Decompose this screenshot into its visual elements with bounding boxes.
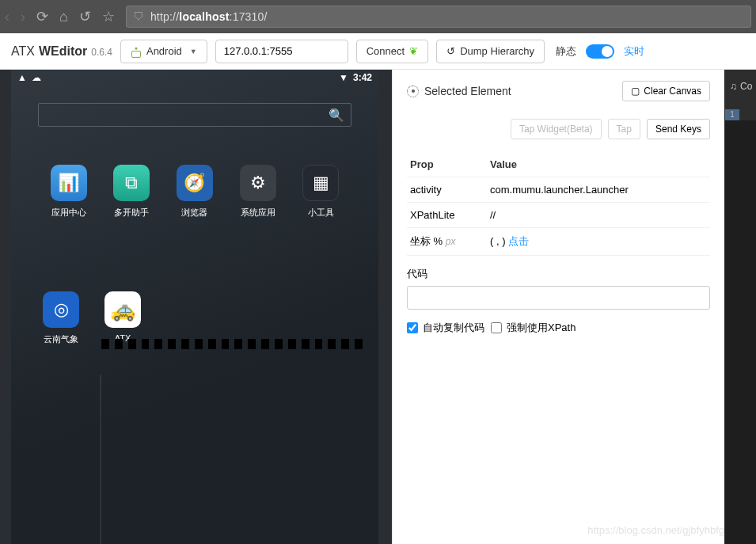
app-icon: 🧭 — [177, 165, 213, 201]
props-header-prop: Prop — [407, 152, 487, 177]
code-input[interactable] — [407, 286, 710, 310]
app-label: 多开助手 — [114, 207, 149, 219]
app-toolbar: ATX WEditor 0.6.4 Android ▼ Connect ❦ ↻ … — [0, 33, 756, 70]
force-xpath-label: 强制使用XPath — [507, 321, 576, 335]
panel-title: Selected Element — [407, 85, 511, 97]
static-label: 静态 — [556, 44, 576, 59]
realtime-label: 实时 — [624, 44, 644, 59]
app-label: 应用中心 — [51, 207, 86, 219]
coord-click-link[interactable]: 点击 — [508, 235, 529, 247]
url-bar[interactable]: ⛉ http://localhost:17310/ — [126, 6, 751, 28]
app-grid-row1: 📊应用中心⧉多开助手🧭浏览器⚙系统应用▦小工具 — [43, 165, 347, 219]
chevron-down-icon: ▼ — [190, 48, 197, 55]
props-header-value: Value — [487, 152, 710, 177]
side-tab[interactable]: ♫ Co — [730, 81, 752, 92]
platform-dropdown[interactable]: Android ▼ — [120, 40, 207, 63]
mode-switch[interactable] — [586, 44, 614, 59]
app-icon: ◎ — [43, 291, 79, 328]
app-label: 系统应用 — [241, 207, 275, 219]
nav-back-icon[interactable]: ‹ — [5, 9, 9, 25]
app-icon: 🚕 — [104, 291, 141, 328]
app-item[interactable]: 🧭浏览器 — [169, 165, 221, 219]
tap-button[interactable]: Tap — [608, 119, 640, 139]
device-screen[interactable]: ▲ ☁ ▼ 3:42 🔍 📊应用中心⧉多开助手🧭浏览器⚙系统应用▦小工具 ◎云南… — [11, 70, 378, 544]
target-icon — [407, 86, 419, 97]
wallpaper-seam — [100, 375, 101, 544]
brand-title: ATX WEditor 0.6.4 — [11, 44, 112, 59]
watermark: https://blog.csdn.net/gjbfyhbfg — [587, 524, 724, 536]
phone-status-bar: ▲ ☁ ▼ 3:42 — [11, 70, 378, 86]
app-item[interactable]: ⚙系统应用 — [232, 165, 284, 219]
wifi-icon: ▼ — [339, 72, 348, 83]
android-icon — [131, 46, 142, 57]
app-icon: ⚙ — [240, 165, 276, 201]
shield-icon: ⛉ — [133, 10, 144, 23]
home-icon[interactable]: ⌂ — [59, 9, 68, 25]
tap-widget-button[interactable]: Tap Widget(Beta) — [511, 119, 602, 139]
force-xpath-checkbox[interactable] — [491, 322, 502, 333]
app-item[interactable]: ◎云南气象 — [43, 291, 79, 345]
app-item[interactable]: ▦小工具 — [294, 165, 347, 219]
selected-element-panel: Selected Element ▢ Clear Canvas Tap Widg… — [392, 70, 724, 544]
square-icon: ▢ — [631, 86, 640, 97]
app-icon: ▦ — [302, 165, 339, 201]
warning-icon: ▲ — [17, 72, 27, 83]
launcher-search[interactable]: 🔍 — [38, 103, 351, 127]
auto-copy-checkbox[interactable] — [407, 322, 418, 333]
search-icon: 🔍 — [329, 108, 344, 123]
line-number: 1 — [725, 109, 739, 120]
bookmark-star-icon[interactable]: ☆ — [102, 8, 115, 25]
app-label: 浏览器 — [181, 207, 207, 219]
editor-body[interactable] — [725, 120, 756, 544]
auto-copy-label: 自动复制代码 — [423, 321, 484, 335]
nav-forward-icon[interactable]: › — [21, 9, 25, 25]
app-grid-row2: ◎云南气象🚕ATX — [43, 291, 141, 345]
reload-icon[interactable]: ⟳ — [36, 8, 48, 25]
clear-canvas-button[interactable]: ▢ Clear Canvas — [622, 81, 710, 101]
device-preview-panel: ▲ ☁ ▼ 3:42 🔍 📊应用中心⧉多开助手🧭浏览器⚙系统应用▦小工具 ◎云南… — [0, 70, 392, 544]
app-label: 云南气象 — [44, 333, 78, 345]
cloud-icon: ☁ — [32, 72, 41, 83]
app-item[interactable]: 🚕ATX — [104, 291, 141, 345]
app-icon: ⧉ — [113, 165, 150, 201]
table-row-coord: 坐标 % px ( , ) 点击 — [407, 228, 710, 256]
app-label: 小工具 — [308, 207, 334, 219]
app-item[interactable]: 📊应用中心 — [43, 165, 95, 219]
leaf-icon: ❦ — [409, 45, 418, 57]
props-table: Prop Value activitycom.mumu.launcher.Lau… — [407, 152, 710, 256]
app-item[interactable]: ⧉多开助手 — [106, 165, 158, 219]
table-row: XPathLite// — [407, 203, 710, 228]
app-icon: 📊 — [51, 165, 87, 201]
ip-input[interactable] — [215, 40, 348, 63]
connect-button[interactable]: Connect ❦ — [356, 40, 428, 63]
url-text: http://localhost:17310/ — [150, 10, 268, 23]
browser-chrome: ‹ › ⟳ ⌂ ↺ ☆ ⛉ http://localhost:17310/ — [0, 0, 756, 33]
dock-indicator — [101, 339, 363, 349]
code-label: 代码 — [407, 267, 710, 281]
music-note-icon: ♫ — [730, 81, 737, 92]
table-row: activitycom.mumu.launcher.Launcher — [407, 177, 710, 203]
history-icon[interactable]: ↺ — [79, 8, 91, 25]
code-editor-strip: ♫ Co 1 — [724, 70, 756, 544]
sync-icon: ↻ — [446, 45, 455, 57]
send-keys-button[interactable]: Send Keys — [647, 119, 710, 139]
dump-hierarchy-button[interactable]: ↻ Dump Hierarchy — [436, 40, 545, 63]
clock-text: 3:42 — [353, 72, 372, 83]
